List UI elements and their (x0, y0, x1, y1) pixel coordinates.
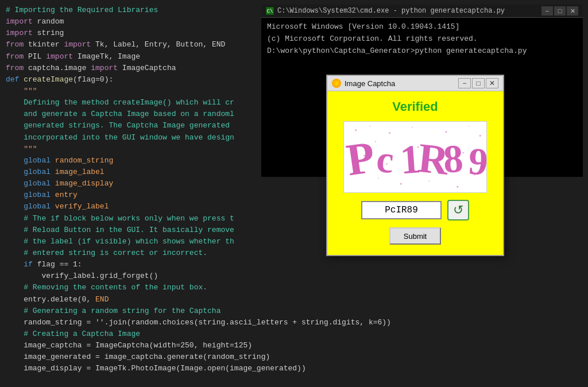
captcha-titlebar: Image Captcha − □ ✕ (327, 76, 503, 91)
svg-text:8: 8 (442, 137, 464, 181)
code-line: image_display = ImageTk.PhotoImage(Image… (6, 363, 582, 374)
svg-point-4 (412, 127, 413, 128)
captcha-input[interactable] (361, 201, 442, 219)
cmd-titlebar: C\ C:\Windows\System32\cmd.exe - python … (261, 5, 583, 18)
captcha-title-text: Image Captcha (345, 79, 455, 88)
code-line: verify_label.grid_forget() (6, 270, 582, 282)
cmd-controls: − □ ✕ (541, 6, 578, 16)
cmd-line: D:\work\python\Captcha_Generator>python … (267, 45, 577, 57)
captcha-image-area: P c 1 R 8 9 (343, 121, 487, 193)
code-line: image_captcha = ImageCaptcha(width=250, … (6, 340, 582, 351)
captcha-input-row: ↺ (361, 200, 469, 220)
cmd-icon: C\ (266, 7, 274, 15)
cmd-body: Microsoft Windows [Version 10.0.19043.14… (261, 18, 583, 60)
svg-point-13 (457, 186, 458, 188)
svg-point-16 (375, 141, 376, 142)
code-line: entry.delete(0, END (6, 294, 582, 305)
captcha-maximize-button[interactable]: □ (472, 78, 485, 88)
svg-point-5 (446, 131, 447, 133)
captcha-close-button[interactable]: ✕ (486, 78, 498, 88)
code-line: # Creating a Captcha Image (6, 328, 582, 340)
captcha-win-controls: − □ ✕ (458, 78, 498, 88)
svg-point-2 (369, 126, 370, 127)
captcha-submit-button[interactable]: Submit (389, 227, 441, 245)
svg-point-3 (389, 132, 390, 134)
cmd-minimize-button[interactable]: − (541, 6, 553, 16)
cmd-line: Microsoft Windows [Version 10.0.19043.14… (267, 21, 577, 33)
code-line: # Generating a random string for the Cap… (6, 305, 582, 317)
captcha-minimize-button[interactable]: − (458, 78, 471, 88)
code-line: # Removing the contents of the input box… (6, 282, 582, 293)
svg-point-6 (468, 126, 469, 127)
svg-text:9: 9 (467, 140, 486, 183)
svg-point-7 (479, 135, 481, 137)
cmd-line: (c) Microsoft Corporation. All rights re… (267, 33, 577, 45)
cmd-title-text: C:\Windows\System32\cmd.exe - python gen… (277, 7, 538, 15)
cmd-maximize-button[interactable]: □ (554, 6, 566, 16)
captcha-body: Verified (327, 91, 503, 255)
svg-point-11 (400, 183, 402, 185)
svg-point-1 (355, 129, 357, 131)
captcha-svg: P c 1 R 8 9 (344, 122, 486, 192)
cmd-close-button[interactable]: ✕ (567, 6, 578, 16)
captcha-reload-button[interactable]: ↺ (447, 200, 469, 220)
captcha-verified-text: Verified (392, 99, 438, 114)
captcha-title-icon (332, 79, 341, 88)
code-line: if flag == 1: (6, 259, 582, 270)
code-line: image_generated = image_captcha.generate… (6, 351, 582, 363)
captcha-window: Image Captcha − □ ✕ Verified (326, 75, 504, 256)
code-line: random_string = ''.join(random.choices(s… (6, 317, 582, 328)
